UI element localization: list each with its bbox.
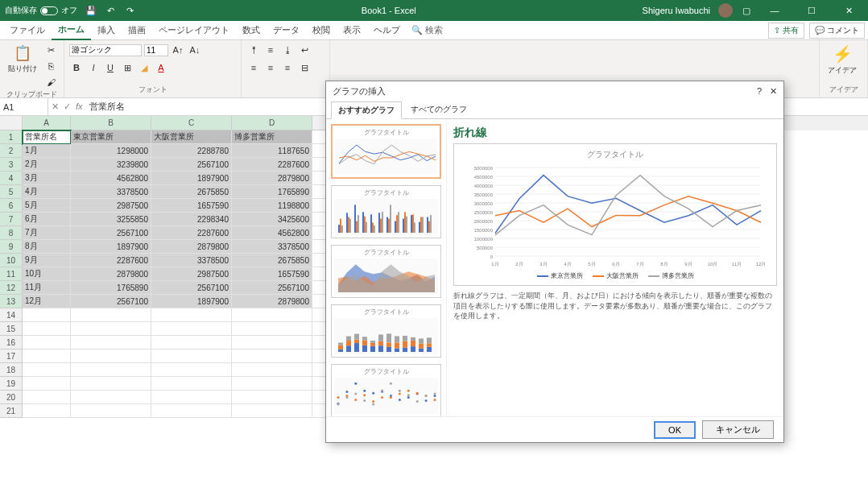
cell[interactable]: 3425600 [232, 213, 312, 226]
ideas-button[interactable]: ⚡ アイデア [825, 43, 860, 77]
cell[interactable]: 2675850 [232, 254, 312, 267]
name-box[interactable]: A1 [0, 98, 48, 115]
border-button[interactable]: ⊞ [120, 60, 134, 75]
cell[interactable] [151, 404, 232, 418]
cell[interactable] [23, 349, 71, 363]
ribbon-tab-3[interactable]: 描画 [122, 21, 152, 39]
cell[interactable]: 5月 [23, 199, 71, 213]
cell[interactable]: 1765890 [71, 281, 151, 295]
ribbon-tab-9[interactable]: ヘルプ [367, 21, 407, 39]
cell[interactable]: 2879800 [151, 240, 232, 254]
dialog-close-icon[interactable]: ✕ [770, 86, 777, 97]
cell[interactable] [232, 322, 312, 336]
undo-icon[interactable]: ↶ [105, 5, 116, 16]
decrease-font-icon[interactable]: A↓ [188, 43, 202, 57]
fill-color-button[interactable]: ◢ [137, 60, 151, 75]
cut-icon[interactable]: ✂ [43, 43, 58, 57]
cell[interactable]: 2287600 [232, 158, 312, 172]
cell[interactable] [232, 308, 312, 322]
fx-icon[interactable]: fx [76, 101, 83, 112]
cell[interactable]: 4562800 [71, 172, 151, 185]
cell[interactable]: 2879800 [71, 267, 151, 281]
cancel-formula-icon[interactable]: ✕ [52, 101, 59, 112]
cancel-button[interactable]: キャンセル [702, 420, 774, 439]
align-top-icon[interactable]: ⭱ [246, 43, 261, 57]
row-header[interactable]: 15 [0, 322, 23, 336]
copy-icon[interactable]: ⎘ [43, 59, 58, 73]
cell[interactable] [232, 349, 312, 363]
ribbon-tab-0[interactable]: ファイル [3, 21, 52, 39]
row-header[interactable]: 13 [0, 295, 23, 308]
share-button[interactable]: ⇪ 共有 [768, 23, 804, 39]
cell[interactable]: 2298340 [151, 213, 232, 226]
bold-button[interactable]: B [69, 60, 84, 75]
cell[interactable]: 1657590 [151, 199, 232, 213]
col-header[interactable]: D [232, 116, 312, 130]
wrap-text-icon[interactable]: ↩ [297, 43, 312, 57]
col-header[interactable]: C [151, 116, 232, 130]
cell[interactable] [232, 391, 312, 404]
cell[interactable] [151, 349, 232, 363]
cell[interactable]: 2567100 [71, 226, 151, 240]
ribbon-tab-6[interactable]: データ [267, 21, 306, 39]
paste-button[interactable]: 📋 貼り付け [5, 43, 40, 76]
font-size-select[interactable] [144, 44, 168, 56]
ok-button[interactable]: OK [654, 421, 696, 439]
comment-button[interactable]: 💬 コメント [809, 23, 865, 39]
avatar[interactable] [718, 3, 733, 18]
cell[interactable] [151, 391, 232, 404]
cell[interactable]: 3255850 [71, 213, 151, 226]
cell[interactable]: 8月 [23, 240, 71, 254]
cell[interactable]: 3378500 [71, 185, 151, 199]
cell[interactable]: 2567100 [151, 158, 232, 172]
merge-icon[interactable]: ⊟ [297, 60, 312, 75]
cell[interactable]: 3月 [23, 172, 71, 185]
search-box[interactable]: 🔍 検索 [411, 24, 443, 36]
accept-formula-icon[interactable]: ✓ [64, 101, 71, 112]
ribbon-tab-2[interactable]: 挿入 [91, 21, 122, 39]
tab-all-charts[interactable]: すべてのグラフ [403, 101, 474, 118]
align-left-icon[interactable]: ≡ [246, 60, 261, 75]
format-painter-icon[interactable]: 🖌 [43, 75, 58, 89]
cell[interactable]: 2月 [23, 158, 71, 172]
cell[interactable]: 2987500 [71, 199, 151, 213]
cell[interactable] [71, 336, 151, 349]
chart-thumb-scatter[interactable]: グラフタイトル [331, 364, 441, 416]
col-header[interactable]: A [23, 116, 71, 130]
minimize-button[interactable]: — [760, 0, 789, 21]
redo-icon[interactable]: ↷ [124, 5, 135, 16]
cell[interactable]: 1897900 [151, 295, 232, 308]
cell[interactable]: 4月 [23, 185, 71, 199]
cell[interactable] [23, 404, 71, 418]
cell[interactable]: 2288780 [151, 144, 232, 158]
row-header[interactable]: 8 [0, 226, 23, 240]
autosave-toggle[interactable]: 自動保存 オフ [5, 5, 77, 16]
row-header[interactable]: 3 [0, 158, 23, 172]
cell[interactable]: 1月 [23, 144, 71, 158]
row-header[interactable]: 5 [0, 185, 23, 199]
row-header[interactable]: 6 [0, 199, 23, 213]
chart-thumb-stacked-bar[interactable]: グラフタイトル [331, 304, 441, 358]
align-middle-icon[interactable]: ≡ [263, 43, 278, 57]
cell[interactable] [232, 363, 312, 377]
chart-thumb-area[interactable]: グラフタイトル [331, 245, 441, 298]
ribbon-tab-8[interactable]: 表示 [337, 21, 367, 39]
cell[interactable] [71, 404, 151, 418]
cell[interactable]: 3378500 [232, 240, 312, 254]
cell[interactable]: 2987500 [151, 267, 232, 281]
cell[interactable]: 2675850 [151, 185, 232, 199]
cell[interactable]: 2287600 [151, 226, 232, 240]
font-name-select[interactable] [69, 44, 142, 56]
row-header[interactable]: 20 [0, 391, 23, 404]
cell[interactable]: 7月 [23, 226, 71, 240]
italic-button[interactable]: I [86, 60, 101, 75]
row-header[interactable]: 7 [0, 213, 23, 226]
cell[interactable]: 1187650 [232, 144, 312, 158]
cell[interactable]: 1897900 [151, 172, 232, 185]
cell[interactable] [23, 322, 71, 336]
cell[interactable]: 1298000 [71, 144, 151, 158]
cell[interactable]: 1765890 [232, 185, 312, 199]
cell[interactable] [71, 363, 151, 377]
close-button[interactable]: ✕ [834, 0, 863, 21]
cell[interactable]: 2879800 [232, 172, 312, 185]
